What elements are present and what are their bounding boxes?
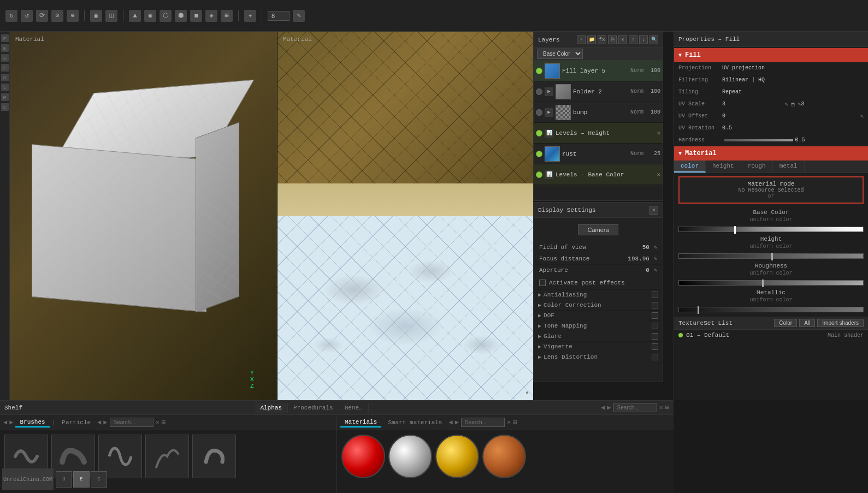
props-uvscale-edit[interactable]: ✎ ⬒ ✎ bbox=[784, 101, 801, 108]
props-hardness-slider[interactable] bbox=[724, 139, 793, 141]
brushes-close[interactable]: ✕ bbox=[156, 418, 160, 426]
layers-tb-del[interactable]: ✕ bbox=[618, 35, 627, 44]
sidebar-tool-4[interactable]: F bbox=[1, 64, 9, 72]
brush-tab-particle[interactable]: Particle bbox=[57, 418, 95, 427]
brush-item-5[interactable] bbox=[192, 435, 236, 478]
effect-colorcorrection[interactable]: ▶ Color Correction bbox=[534, 300, 663, 311]
toolbar-icon-15[interactable]: ✦ bbox=[244, 10, 256, 22]
texture-set-row-1[interactable]: 01 – Default Main shader bbox=[674, 330, 868, 341]
mat-item-silver[interactable] bbox=[388, 435, 432, 478]
mat-tab-rough[interactable]: rough bbox=[741, 161, 773, 173]
layers-tb-folder[interactable]: 📁 bbox=[587, 35, 596, 44]
focus-edit[interactable]: ✎ bbox=[654, 256, 657, 262]
brush-item-4[interactable] bbox=[145, 435, 189, 478]
toolbar-icon-11[interactable]: ⬢ bbox=[175, 10, 187, 22]
toolbar-icon-5[interactable]: ⊕ bbox=[67, 10, 79, 22]
sidebar-tool-3[interactable]: S bbox=[1, 54, 9, 62]
layer-close-levels-h[interactable]: ✕ bbox=[657, 129, 660, 136]
mat-item-gold[interactable] bbox=[435, 435, 479, 478]
layers-tb-search[interactable]: 🔍 bbox=[649, 35, 658, 44]
mat-item-red[interactable] bbox=[341, 435, 385, 478]
effect-dof[interactable]: ▶ DOF bbox=[534, 311, 663, 321]
layer-close-levels-bc[interactable]: ✕ bbox=[657, 171, 660, 178]
mats-search[interactable] bbox=[461, 418, 505, 427]
toolbar-icon-2[interactable]: ↺ bbox=[21, 10, 33, 22]
toolbar-icon-7[interactable]: ◫ bbox=[105, 10, 117, 22]
mats-nav-next[interactable]: ▶ bbox=[455, 418, 459, 426]
props-uvoffset-edit[interactable]: ✎ bbox=[860, 113, 864, 120]
effect-checkbox-gl[interactable] bbox=[652, 333, 658, 340]
mats-close[interactable]: ✕ bbox=[507, 418, 511, 426]
toolbar-icon-6[interactable]: ▣ bbox=[90, 10, 102, 22]
shelf-tab-procedurals[interactable]: Procedurals bbox=[288, 403, 339, 413]
brush-size-input[interactable]: 8 bbox=[268, 11, 290, 21]
sidebar-tool-5[interactable]: G bbox=[1, 74, 9, 81]
effect-lensdistortion[interactable]: ▶ Lens Distortion bbox=[534, 352, 663, 363]
toolbar-icon-3[interactable]: ⟳ bbox=[36, 10, 48, 22]
effect-checkbox-ld[interactable] bbox=[652, 354, 658, 360]
toolbar-icon-9[interactable]: ◉ bbox=[144, 10, 156, 22]
layer-row-folder2[interactable]: ▶ Folder 2 Norm 100 bbox=[534, 81, 663, 102]
layers-tb-up[interactable]: ↑ bbox=[629, 35, 637, 44]
toolbar-icon-13[interactable]: ◈ bbox=[205, 10, 217, 22]
layers-tb-down[interactable]: ↓ bbox=[639, 35, 648, 44]
brushes-arr-prev[interactable]: ◀ bbox=[97, 418, 101, 426]
layer-row-rust[interactable]: rust Norm 25 bbox=[534, 144, 663, 164]
sidebar-tool-7[interactable]: M bbox=[1, 93, 9, 101]
effect-checkbox-dof[interactable] bbox=[652, 312, 658, 319]
toolbar-icon-edit[interactable]: ✎ bbox=[293, 10, 305, 22]
viewport-left[interactable]: Material YXZ bbox=[10, 32, 277, 400]
toolbar-icon-12[interactable]: ◼ bbox=[190, 10, 202, 22]
mat-tab-shelf-smart[interactable]: Smart materials bbox=[383, 418, 446, 427]
layers-tb-fx[interactable]: fx bbox=[598, 35, 606, 44]
height-slider[interactable] bbox=[678, 253, 864, 259]
roughness-slider[interactable] bbox=[678, 280, 864, 286]
camera-button[interactable]: Camera bbox=[578, 224, 618, 235]
post-effects-checkbox[interactable] bbox=[539, 280, 546, 286]
effect-glare[interactable]: ▶ Glare bbox=[534, 331, 663, 342]
aperture-edit[interactable]: ✎ bbox=[654, 267, 657, 274]
layer-eye-folder2[interactable] bbox=[536, 88, 542, 95]
layers-tb-dupe[interactable]: ⎘ bbox=[608, 35, 617, 44]
brush-tab-brushes[interactable]: Brushes bbox=[15, 418, 49, 427]
brushes-arr-next[interactable]: ▶ bbox=[103, 418, 107, 426]
fov-edit[interactable]: ✎ bbox=[654, 244, 657, 251]
shelf-search[interactable] bbox=[613, 403, 657, 412]
shelf-nav-prev[interactable]: ◀ bbox=[601, 403, 605, 412]
ts-btn-color[interactable]: Color bbox=[774, 319, 797, 327]
layer-eye-rust[interactable] bbox=[536, 151, 542, 157]
toolbar-icon-8[interactable]: ▲ bbox=[129, 10, 141, 22]
brushes-nav-next[interactable]: ▶ bbox=[9, 418, 13, 426]
layers-filter-dropdown[interactable]: Base Color bbox=[537, 49, 583, 59]
effect-checkbox-cc[interactable] bbox=[652, 302, 658, 308]
shelf-tab-alphas[interactable]: Alphas bbox=[255, 403, 288, 413]
ts-btn-all[interactable]: All bbox=[799, 319, 815, 327]
layers-tb-add[interactable]: + bbox=[577, 35, 586, 44]
shelf-grid-icon[interactable]: ⊞ bbox=[665, 403, 669, 412]
layer-row-levels-height[interactable]: 📊 Levels – Height ✕ bbox=[534, 123, 663, 144]
layer-eye-levels-bc[interactable] bbox=[536, 171, 542, 178]
sidebar-tool-2[interactable]: E bbox=[1, 44, 9, 52]
toolbar-icon-14[interactable]: ⊞ bbox=[221, 10, 233, 22]
mat-item-rust2[interactable] bbox=[482, 435, 526, 478]
post-effects-row[interactable]: Activate post effects bbox=[534, 276, 663, 290]
effect-checkbox-vig[interactable] bbox=[652, 343, 658, 350]
layer-eye-levels-h[interactable] bbox=[536, 130, 542, 136]
mats-nav-prev[interactable]: ◀ bbox=[448, 418, 452, 426]
display-panel-close[interactable]: ✕ bbox=[649, 206, 658, 215]
mat-tab-color[interactable]: color bbox=[674, 161, 706, 173]
effect-checkbox-aa[interactable] bbox=[652, 292, 658, 298]
sidebar-tool-1[interactable]: P bbox=[1, 34, 9, 42]
layer-row-fill5[interactable]: Fill layer 5 Norm 100 bbox=[534, 61, 663, 81]
mat-tab-height[interactable]: height bbox=[706, 161, 741, 173]
toolbar-icon-4[interactable]: ⊙ bbox=[51, 10, 63, 22]
sidebar-tool-8[interactable]: C bbox=[1, 103, 9, 111]
toolbar-icon-1[interactable]: ↻ bbox=[5, 10, 17, 22]
ts-btn-import[interactable]: Import shaders bbox=[817, 319, 864, 327]
shelf-close[interactable]: ✕ bbox=[659, 403, 663, 412]
layer-eye-fill5[interactable] bbox=[536, 68, 542, 74]
layer-eye-bump[interactable] bbox=[536, 109, 542, 116]
mat-tab-metal[interactable]: metal bbox=[773, 161, 805, 173]
mats-grid-icon[interactable]: ⊞ bbox=[513, 418, 517, 426]
shelf-tab-gene[interactable]: Gene… bbox=[339, 403, 369, 413]
